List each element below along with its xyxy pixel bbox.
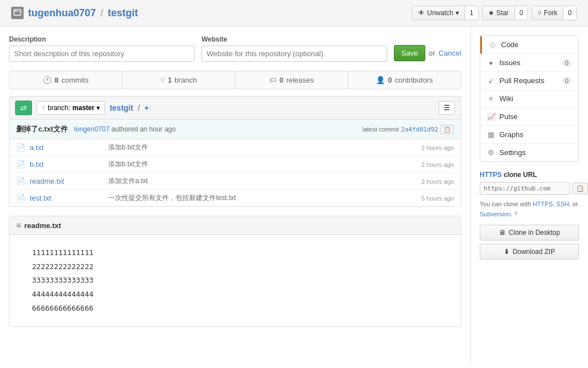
star-count: 0 xyxy=(514,6,528,20)
commit-hash-link[interactable]: 2a4fd81d92 xyxy=(401,126,438,133)
cancel-link[interactable]: Cancel xyxy=(439,49,461,57)
commits-stat[interactable]: 🕐 8 commits xyxy=(10,71,122,89)
description-label: Description xyxy=(9,35,195,43)
save-button[interactable]: Save xyxy=(394,45,425,61)
https-label: HTTPS xyxy=(480,171,502,179)
sidebar-item-label: Pull Requests xyxy=(499,76,544,85)
clone-title-suffix: clone URL xyxy=(504,171,537,179)
readme-line: 22222222222222 xyxy=(32,260,438,274)
sidebar-item-graphs[interactable]: ▦ Graphs xyxy=(480,126,578,144)
or-text: or xyxy=(429,49,435,57)
branch-label: branch: xyxy=(48,104,70,112)
sidebar-count: 0 xyxy=(562,59,572,67)
fork-icon: ⑂ xyxy=(538,9,541,17)
sidebar: ◇ Code ● Issues 0 ↙ Pull Requests 0 ≡ Wi… xyxy=(470,26,588,364)
releases-stat[interactable]: 🏷 0 releases xyxy=(236,71,348,89)
list-view-button[interactable]: ☰ xyxy=(439,101,455,115)
clone-description: You can clone with HTTPS, SSH, or Subver… xyxy=(480,199,579,219)
sidebar-item-pull-requests[interactable]: ↙ Pull Requests 0 xyxy=(480,72,578,90)
chevron-down-icon: ▾ xyxy=(97,104,100,112)
sidebar-item-settings[interactable]: ⚙ Settings xyxy=(480,144,578,161)
releases-label: releases xyxy=(286,76,314,84)
path-repo-link[interactable]: testgit xyxy=(109,103,133,112)
svg-rect-0 xyxy=(14,10,21,15)
clone-url-row: 📋 xyxy=(480,182,579,195)
repo-owner[interactable]: tugenhua0707 xyxy=(28,7,96,19)
file-name-link[interactable]: test.txt xyxy=(30,194,108,202)
clone-url-input[interactable] xyxy=(480,182,570,195)
unwatch-chevron: ▾ xyxy=(456,9,459,17)
sidebar-item-code[interactable]: ◇ Code xyxy=(480,36,578,54)
repo-name: testgit xyxy=(108,7,138,19)
file-name-link[interactable]: readme.txt xyxy=(30,177,108,185)
readme-line: 44444444444444 xyxy=(32,288,438,302)
branch-icon-small: ⑂ xyxy=(42,104,45,112)
fork-group: ⑂ Fork 0 xyxy=(531,6,577,20)
branches-stat[interactable]: ⑂ 1 branch xyxy=(122,71,235,89)
file-time: 2 hours ago xyxy=(398,178,454,185)
clone-desktop-button[interactable]: 🖥 Clone in Desktop xyxy=(480,225,579,240)
copy-url-button[interactable]: 📋 xyxy=(572,183,588,194)
commit-author-link[interactable]: longen0707 xyxy=(74,125,109,133)
sidebar-item-label: Wiki xyxy=(499,94,513,103)
settings-icon: ⚙ xyxy=(487,148,495,157)
description-field: Description xyxy=(9,35,195,62)
file-type-icon: 📄 xyxy=(16,194,25,202)
https-link[interactable]: HTTPS xyxy=(532,201,553,207)
sidebar-item-label: Pulse xyxy=(499,112,518,121)
readme-list-icon: ≡ xyxy=(16,221,21,230)
sync-button[interactable]: ⇄ xyxy=(15,101,32,115)
file-commit-msg: 一次性提交所有文件，包括新建文件test.txt xyxy=(108,193,398,203)
readme-header: ≡ readme.txt xyxy=(10,216,461,235)
fork-button[interactable]: ⑂ Fork xyxy=(532,6,563,20)
commits-icon: 🕐 xyxy=(43,76,52,84)
sidebar-item-label: Settings xyxy=(499,148,526,157)
file-rows-container: 📄 a.txt 添加b.txt文件 2 hours ago 📄 b.txt 添加… xyxy=(10,139,461,206)
path-plus-link[interactable]: + xyxy=(144,103,149,112)
form-actions: Save or Cancel xyxy=(394,45,461,62)
sidebar-item-wiki[interactable]: ≡ Wiki xyxy=(480,90,578,108)
file-time: 2 hours ago xyxy=(398,161,454,168)
download-zip-button[interactable]: ⬇ Download ZIP xyxy=(480,244,579,260)
pulse-icon: 📈 xyxy=(487,112,495,121)
releases-count: 0 xyxy=(279,76,283,84)
website-field: Website xyxy=(201,35,387,62)
repo-title: tugenhua0707 / testgit xyxy=(11,7,138,19)
path-separator: / xyxy=(137,103,140,112)
branch-bar: ⇄ ⑂ branch: master ▾ testgit / + ☰ xyxy=(9,96,461,119)
commit-author-info: longen0707 authored an hour ago xyxy=(74,125,176,133)
branch-selector[interactable]: ⑂ branch: master ▾ xyxy=(36,101,105,115)
file-name-link[interactable]: a.txt xyxy=(30,143,108,152)
branch-name: master xyxy=(72,104,94,112)
readme-content: 1111111111111122222222222222333333333333… xyxy=(10,235,461,326)
content-area: Description Website Save or Cancel 🕐 8 c… xyxy=(0,26,470,364)
file-name-link[interactable]: b.txt xyxy=(30,160,108,169)
contributors-stat[interactable]: 👤 0 contributors xyxy=(348,71,461,89)
sidebar-item-issues[interactable]: ● Issues 0 xyxy=(480,54,578,72)
star-group: ★ Star 0 xyxy=(482,6,529,20)
file-commit-msg: 添加b.txt文件 xyxy=(108,143,398,152)
code-icon: ◇ xyxy=(489,40,497,49)
header-actions: 👁 Unwatch ▾ 1 ★ Star 0 ⑂ Fork 0 xyxy=(412,6,577,20)
file-time: 2 hours ago xyxy=(398,144,454,151)
sidebar-item-label: Code xyxy=(501,40,518,49)
file-type-icon: 📄 xyxy=(16,160,25,169)
list-icon: ☰ xyxy=(444,104,450,112)
readme-line: 66666666666666 xyxy=(32,302,438,316)
readme-title: readme.txt xyxy=(24,221,61,230)
unwatch-button[interactable]: 👁 Unwatch ▾ xyxy=(412,6,465,20)
header: tugenhua0707 / testgit 👁 Unwatch ▾ 1 ★ S… xyxy=(0,0,588,26)
file-row: 📄 a.txt 添加b.txt文件 2 hours ago xyxy=(10,139,461,156)
file-commit-msg: 添加文件a.txt xyxy=(108,176,398,186)
copy-hash-button[interactable]: 📋 xyxy=(440,125,454,134)
website-input[interactable] xyxy=(201,46,387,62)
ssh-link[interactable]: SSH xyxy=(557,201,569,207)
person-icon: 👤 xyxy=(376,76,385,84)
branches-label: branch xyxy=(174,76,197,84)
description-input[interactable] xyxy=(9,46,195,62)
file-row: 📄 test.txt 一次性提交所有文件，包括新建文件test.txt 5 ho… xyxy=(10,190,461,206)
star-button[interactable]: ★ Star xyxy=(483,6,514,20)
subversion-link[interactable]: Subversion xyxy=(480,211,511,217)
sidebar-item-label: Graphs xyxy=(499,130,523,139)
sidebar-item-pulse[interactable]: 📈 Pulse xyxy=(480,108,578,126)
